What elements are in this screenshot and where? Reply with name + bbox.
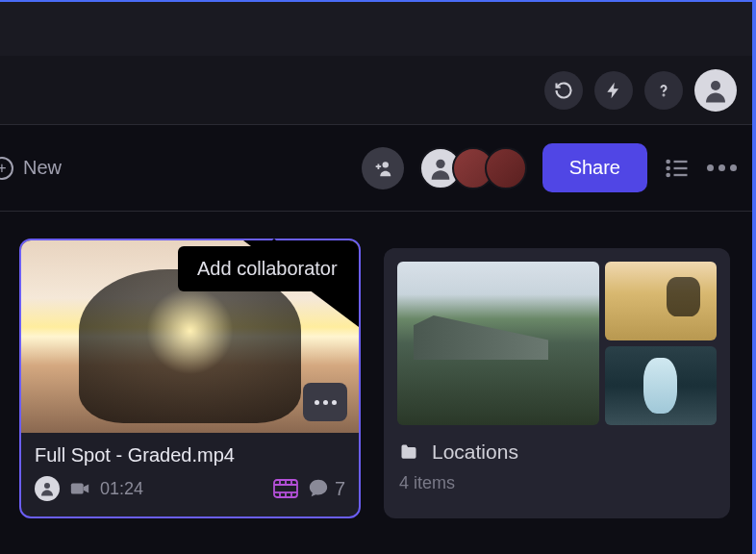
- collaborator-avatar[interactable]: [485, 147, 527, 189]
- svg-rect-11: [71, 484, 84, 494]
- svg-point-6: [668, 173, 669, 175]
- lightning-icon: [604, 81, 623, 100]
- svg-point-0: [664, 94, 665, 95]
- add-collaborator-button[interactable]: [362, 147, 404, 189]
- person-icon: [701, 76, 730, 105]
- folder-icon: [399, 442, 418, 462]
- share-button[interactable]: Share: [542, 143, 647, 192]
- top-bar: [0, 0, 756, 56]
- card-more-button[interactable]: [303, 383, 347, 421]
- svg-point-5: [668, 166, 669, 168]
- uploader-avatar: [35, 476, 60, 501]
- folder-preview-grid: [397, 262, 717, 425]
- list-view-button[interactable]: [663, 154, 692, 183]
- video-camera-icon: [69, 478, 90, 499]
- list-icon: [664, 155, 691, 182]
- folder-card[interactable]: Locations 4 items: [384, 248, 730, 518]
- toolbar: + New Share: [0, 125, 756, 212]
- more-options-button[interactable]: [707, 164, 737, 171]
- comment-count: 7: [308, 478, 345, 500]
- svg-point-2: [382, 162, 388, 167]
- new-button[interactable]: + New: [19, 157, 62, 180]
- video-duration: 01:24: [100, 479, 143, 499]
- folder-thumbnail: [605, 346, 717, 425]
- person-icon: [38, 480, 56, 497]
- content-grid: Full Spot - Graded.mp4 01:24: [0, 212, 756, 545]
- folder-tab: [384, 248, 538, 256]
- comment-number: 7: [335, 478, 345, 500]
- svg-point-3: [436, 159, 444, 167]
- add-collaborator-tooltip: Add collaborator: [178, 246, 357, 291]
- folder-thumbnail: [397, 262, 599, 425]
- clip-badge: [273, 479, 298, 498]
- plus-circle-icon: +: [0, 157, 13, 180]
- help-button[interactable]: [644, 71, 683, 110]
- collaborator-stack: [419, 147, 527, 189]
- refresh-icon: [554, 81, 573, 100]
- svg-point-10: [44, 483, 50, 489]
- svg-point-1: [711, 81, 720, 90]
- svg-point-4: [668, 160, 669, 162]
- card-info: Full Spot - Graded.mp4 01:24: [21, 433, 359, 516]
- person-icon: [427, 155, 454, 182]
- user-avatar[interactable]: [694, 69, 737, 112]
- folder-title: Locations: [432, 441, 518, 464]
- video-meta: 01:24: [35, 476, 345, 501]
- add-person-icon: [372, 158, 393, 179]
- filmstrip-icon: [273, 479, 298, 498]
- lightning-button[interactable]: [594, 71, 633, 110]
- header-bar: [0, 56, 756, 125]
- question-icon: [654, 81, 673, 100]
- right-border: [752, 0, 756, 554]
- folder-thumbnail: [605, 262, 717, 340]
- folder-item-count: 4 items: [397, 467, 717, 499]
- comment-icon: [308, 478, 329, 499]
- folder-info: Locations: [397, 437, 717, 467]
- refresh-button[interactable]: [544, 71, 583, 110]
- new-button-label: New: [23, 157, 62, 179]
- video-title: Full Spot - Graded.mp4: [35, 444, 345, 466]
